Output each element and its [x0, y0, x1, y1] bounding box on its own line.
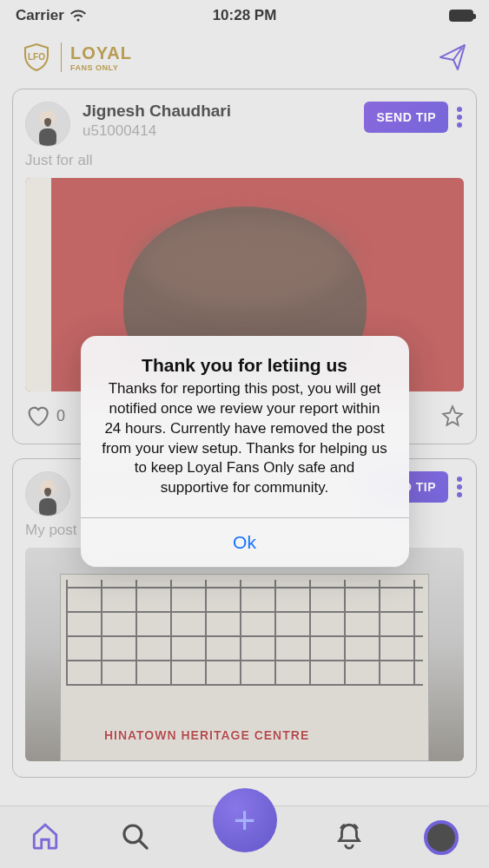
- svg-text:LFO: LFO: [28, 52, 45, 62]
- battery-icon: [449, 10, 473, 22]
- plus-icon: +: [234, 799, 256, 842]
- send-tip-button[interactable]: SEND TIP: [364, 102, 448, 133]
- report-confirm-dialog: Thank you for letiing us Thanks for repo…: [81, 336, 409, 568]
- post-media[interactable]: HINATOWN HERITAGE CENTRE: [25, 548, 464, 761]
- home-icon: [30, 821, 60, 851]
- avatar[interactable]: [25, 102, 70, 147]
- more-options-icon[interactable]: [455, 471, 464, 503]
- create-post-button[interactable]: +: [213, 788, 277, 852]
- dialog-ok-button[interactable]: Ok: [81, 518, 409, 567]
- logo-subtitle: FANS ONLY: [70, 63, 132, 72]
- more-options-icon[interactable]: [455, 102, 464, 133]
- svg-line-6: [140, 840, 148, 848]
- status-bar: Carrier 10:28 PM: [0, 0, 489, 28]
- dialog-body: Thanks for reporting this post, you will…: [81, 379, 409, 518]
- logo[interactable]: LFO LOYAL FANS ONLY: [21, 42, 132, 73]
- media-banner-text: HINATOWN HERITAGE CENTRE: [104, 728, 309, 742]
- post-author[interactable]: Jignesh Chaudhari: [83, 102, 352, 121]
- clock: 10:28 PM: [213, 7, 277, 24]
- send-icon[interactable]: [437, 42, 468, 73]
- nav-notifications[interactable]: [334, 821, 364, 854]
- nav-search[interactable]: [120, 821, 149, 854]
- avatar[interactable]: [25, 471, 70, 516]
- carrier-label: Carrier: [16, 7, 64, 24]
- shield-icon: LFO: [21, 42, 52, 73]
- post-handle: u51000414: [83, 122, 352, 140]
- bell-icon: [334, 821, 364, 851]
- wifi-icon: [69, 10, 87, 23]
- star-icon[interactable]: [441, 404, 464, 427]
- status-left: Carrier: [16, 7, 87, 24]
- nav-home[interactable]: [30, 821, 60, 854]
- profile-ring-icon: [424, 820, 459, 855]
- like-count: 0: [56, 407, 65, 425]
- logo-title: LOYAL: [70, 43, 132, 63]
- nav-profile[interactable]: [424, 820, 459, 855]
- dialog-title: Thank you for letiing us: [81, 336, 409, 379]
- app-header: LFO LOYAL FANS ONLY: [0, 28, 489, 89]
- heart-icon[interactable]: [25, 404, 50, 428]
- search-icon: [120, 821, 149, 851]
- svg-rect-4: [39, 498, 56, 516]
- post-caption: Just for all: [25, 152, 464, 169]
- svg-rect-2: [39, 128, 56, 147]
